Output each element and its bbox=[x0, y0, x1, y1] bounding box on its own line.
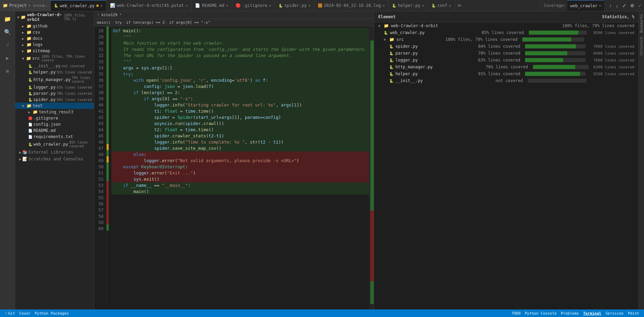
tab-more[interactable]: ≫ bbox=[455, 0, 464, 11]
tab-close-git[interactable]: ✕ bbox=[269, 3, 271, 8]
tab-close-log[interactable]: ✕ bbox=[383, 3, 385, 8]
coverage-btn-4[interactable]: ⚙ bbox=[629, 2, 636, 9]
tree-item-parser[interactable]: 🐍 parser.py 70% lines covered bbox=[15, 90, 94, 97]
cov-item-init[interactable]: 🐍 __init__.py not covered bbox=[374, 77, 638, 84]
status-problems[interactable]: Problems bbox=[559, 309, 581, 317]
tree-item-github[interactable]: ▶ 📁 github bbox=[15, 23, 94, 29]
coverage-btn-2[interactable]: ↓ bbox=[614, 2, 620, 9]
parser-py-icon: 🐍 bbox=[28, 92, 32, 95]
helper-label: helper.py bbox=[33, 70, 56, 75]
coverage-btn-3[interactable]: ⤢ bbox=[621, 2, 627, 9]
cov-item-logger[interactable]: 🐍 logger.py 63% lines covered 7690 lines… bbox=[374, 57, 638, 64]
project-panel-tab[interactable]: 📁 Project ▾ ⊕ ≡ ⊟ ⊞ — bbox=[0, 0, 51, 11]
icon-search[interactable]: 🔍 bbox=[3, 27, 12, 37]
modified-marker: * bbox=[119, 13, 122, 17]
tree-item-src[interactable]: ▼ 📁 src 100% files, 79% lines covere bbox=[15, 54, 94, 63]
tree-item-test[interactable]: ▼ 📁 test bbox=[15, 103, 94, 109]
tree-item-testing-result[interactable]: ▶ 📁 testing_result bbox=[15, 109, 94, 115]
cov-spider-line-count: 7090 lines covered bbox=[588, 44, 634, 49]
tab-close-readme[interactable]: ✕ bbox=[226, 3, 228, 8]
status-terminal[interactable]: Terminal bbox=[581, 309, 603, 317]
status-python-pkgs[interactable]: Python Packages bbox=[33, 309, 71, 317]
init-stats: not covered bbox=[62, 64, 84, 68]
cov-item-helper[interactable]: 🐍 helper.py 91% lines covered 9190 lines… bbox=[374, 70, 638, 77]
code-line-48: asyncio.run(spider.crawl()) bbox=[111, 121, 374, 127]
tree-item-web-crawler[interactable]: 🐍 web_crawler.py 85% lines covered bbox=[15, 140, 94, 149]
tree-item-readme[interactable]: 📄 README.md bbox=[15, 127, 94, 134]
tab-close-spider[interactable]: ✕ bbox=[308, 3, 311, 8]
cov-init-name: __init__.py bbox=[395, 78, 423, 83]
status-git[interactable]: ⑂ Git bbox=[3, 309, 17, 317]
status-cover[interactable]: Cover bbox=[17, 309, 33, 317]
cov-item-src[interactable]: ▼ 📁 src 100% files, 79% lines covered bbox=[374, 36, 638, 43]
tab-readme[interactable]: 📄 README.md ✕ bbox=[192, 0, 232, 11]
logs-label: logs bbox=[33, 42, 43, 47]
tree-item-requirements[interactable]: 📄 requirements.txt bbox=[15, 134, 94, 140]
status-todo[interactable]: TODO bbox=[510, 309, 523, 317]
tab-helper-py[interactable]: 🐍 helper.py ✕ bbox=[389, 0, 428, 11]
tree-item-sitemap[interactable]: ▶ 📁 sitemap bbox=[15, 48, 94, 54]
icon-git[interactable]: ⑂ bbox=[3, 40, 12, 50]
cov-item-web-crawler[interactable]: 🐍 web_crawler.py 85% lines covered 8590 … bbox=[374, 29, 638, 36]
cov-item-root[interactable]: ▼ 📁 web-Crawler-d-orbit 100% files, 79% … bbox=[374, 22, 638, 29]
test-label: test bbox=[33, 103, 43, 108]
breadcrumb-item-2[interactable]: try bbox=[115, 20, 122, 25]
vtab-bookmarks[interactable]: Bookmarks bbox=[639, 13, 644, 34]
tab-close-web-crawler[interactable]: ✕ bbox=[100, 3, 103, 8]
tab-web-crawler-py[interactable]: 🐍 web_crawler.py ✕ bbox=[51, 0, 107, 11]
tab-conf[interactable]: 🐍 conf ✕ bbox=[428, 0, 455, 11]
tab-pstat[interactable]: 📊 web-Crawler-d-orbit45.pstat ✕ bbox=[107, 0, 192, 11]
tab-close-conf[interactable]: ✕ bbox=[449, 3, 451, 8]
vtab-structure[interactable]: Structure bbox=[639, 35, 644, 57]
cov-helper-bar-area bbox=[525, 72, 585, 76]
code-editor[interactable]: 28 29 30 31 32 33 34 35 36 37 38 39 40 4… bbox=[94, 26, 374, 309]
spider-py-icon: 🐍 bbox=[28, 98, 32, 102]
tab-spider-py[interactable]: 🐍 spider.py ✕ bbox=[275, 0, 315, 11]
cov-item-parser[interactable]: 🐍 parser.py 70% lines covered 8490 lines… bbox=[374, 50, 638, 57]
cov-item-http[interactable]: 🐍 http_manager.py 76% lines covered 6390… bbox=[374, 64, 638, 70]
tab-gitignore[interactable]: 🔴 .gitignore ✕ bbox=[232, 0, 275, 11]
status-pdint[interactable]: Pdint bbox=[626, 309, 641, 317]
app-container: 📁 Project ▾ ⊕ ≡ ⊟ ⊞ — 🐍 web_crawler.py ✕… bbox=[0, 0, 644, 317]
tab-log[interactable]: 2024-02-04_22-16-26.log ✕ bbox=[315, 0, 389, 11]
tree-item-http-manager[interactable]: 🐍 http_manager.py 76% lines covere bbox=[15, 75, 94, 84]
coverage-btn-1[interactable]: ↑ bbox=[608, 2, 613, 9]
icon-folder[interactable]: 📁 bbox=[3, 14, 12, 24]
breadcrumb-item-1[interactable]: main() bbox=[97, 20, 111, 25]
tree-item-helper[interactable]: 🐍 helper.py 91% lines covered bbox=[15, 69, 94, 75]
breadcrumb-item-3[interactable]: if len(args) == 2 bbox=[126, 20, 165, 25]
tab-close-helper[interactable]: ✕ bbox=[422, 3, 424, 8]
icon-run[interactable]: ▶ bbox=[3, 53, 12, 63]
tree-item-init[interactable]: 🐍 __init__.py not covered bbox=[15, 63, 94, 69]
init-py-icon: 🐍 bbox=[28, 64, 32, 68]
icon-extensions[interactable]: ⊞ bbox=[3, 66, 12, 76]
code-line-53: else: bbox=[111, 151, 374, 158]
tree-item-config[interactable]: 📄 config.json bbox=[15, 121, 94, 127]
sidebar-root[interactable]: ▼ 📁 web-Crawler-d-orbit 100% files, 79% … bbox=[15, 11, 94, 23]
sidebar-tree: ▶ 📁 github ▶ 📁 csv ▶ 📁 docs ▶ 📁 bbox=[15, 23, 94, 309]
sidebar: ▼ 📁 web-Crawler-d-orbit 100% files, 79% … bbox=[15, 11, 94, 309]
breadcrumb-item-4[interactable]: if args[0] == "-s" bbox=[169, 20, 210, 25]
cov-http-stats: 76% lines covered bbox=[435, 65, 528, 69]
tab-close-pstat[interactable]: ✕ bbox=[186, 3, 188, 8]
tree-item-csv[interactable]: ▶ 📁 csv bbox=[15, 29, 94, 35]
status-services[interactable]: Services bbox=[603, 309, 626, 317]
project-tab-actions: ⊕ ≡ ⊟ ⊞ — bbox=[33, 3, 47, 8]
cov-item-spider[interactable]: 🐍 spider.py 84% lines covered 7090 lines… bbox=[374, 43, 638, 50]
cov-helper-icon: 🐍 bbox=[389, 72, 393, 76]
tree-item-docs[interactable]: ▶ 📁 docs bbox=[15, 35, 94, 42]
tree-item-logger[interactable]: 🐍 logger.py 63% lines covered bbox=[15, 84, 94, 90]
tree-item-gitignore[interactable]: 🔴 .gitignore bbox=[15, 115, 94, 121]
cov-logger-line-count: 7690 lines covered bbox=[588, 58, 634, 63]
tree-item-logs[interactable]: ▶ 📁 logs bbox=[15, 42, 94, 48]
tree-arrow-csv: ▶ bbox=[22, 31, 25, 34]
tree-item-external-libs[interactable]: ▶ 📚 External Libraries bbox=[15, 149, 94, 156]
tree-arrow-docs: ▶ bbox=[22, 37, 25, 41]
tree-item-scratches[interactable]: ▶ 📝 Scratches and Consoles bbox=[15, 156, 94, 162]
tree-arrow-github: ▶ bbox=[22, 24, 25, 28]
tree-item-spider[interactable]: 🐍 spider.py 84% lines covered bbox=[15, 97, 94, 103]
status-python-console[interactable]: Python Console bbox=[523, 309, 559, 317]
coverage-close[interactable]: ✕ bbox=[599, 3, 601, 8]
branch-icon: ⑂ bbox=[97, 13, 99, 17]
coverage-active-tab[interactable]: web_crawler ✕ bbox=[567, 0, 604, 11]
